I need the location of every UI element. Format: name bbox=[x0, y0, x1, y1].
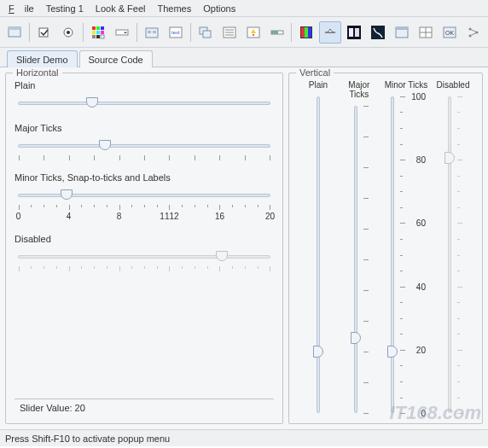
svg-rect-12 bbox=[96, 35, 100, 38]
tool-progress-icon[interactable] bbox=[266, 21, 288, 44]
v-disabled-ticks bbox=[457, 93, 464, 416]
tool-colors-icon[interactable] bbox=[87, 21, 109, 44]
v-major-slider[interactable] bbox=[348, 102, 363, 416]
tool-filechooser-icon[interactable] bbox=[141, 21, 163, 44]
v-minor-scale: 100 80 60 40 20 0 bbox=[407, 93, 427, 416]
v-disabled-label: Disabled bbox=[437, 80, 470, 90]
horizontal-panel-title: Horizontal bbox=[13, 67, 62, 78]
svg-rect-31 bbox=[301, 27, 305, 38]
major-ticks-slider[interactable] bbox=[15, 138, 274, 154]
tool-list-icon[interactable] bbox=[218, 21, 241, 44]
tool-panel-icon[interactable] bbox=[391, 21, 413, 44]
plain-slider[interactable] bbox=[15, 96, 274, 111]
svg-rect-36 bbox=[349, 28, 353, 37]
v-plain-slider[interactable] bbox=[311, 93, 326, 416]
svg-line-50 bbox=[470, 32, 477, 36]
tool-internal-icon[interactable] bbox=[195, 21, 217, 44]
footer-status: Press Shift-F10 to activate popup menu bbox=[0, 429, 488, 446]
v-disabled-slider bbox=[442, 93, 457, 416]
tool-tabbed-icon[interactable] bbox=[367, 21, 389, 44]
v-minor-label: Minor Ticks bbox=[385, 80, 428, 90]
minor-ticks-slider[interactable] bbox=[15, 188, 274, 203]
svg-rect-16 bbox=[148, 31, 151, 33]
svg-rect-40 bbox=[396, 27, 408, 30]
tool-splitpane-icon[interactable] bbox=[343, 21, 365, 44]
menu-file[interactable]: File bbox=[3, 2, 39, 15]
svg-rect-29 bbox=[271, 31, 278, 34]
disabled-label: Disabled bbox=[15, 234, 274, 244]
svg-text:OK: OK bbox=[445, 30, 454, 36]
svg-rect-32 bbox=[305, 27, 308, 38]
tool-tree-icon[interactable] bbox=[462, 21, 485, 44]
tool-checkbox-icon[interactable] bbox=[33, 21, 55, 44]
tool-scroll-icon[interactable] bbox=[295, 21, 317, 44]
svg-rect-1 bbox=[9, 27, 20, 30]
svg-rect-17 bbox=[153, 31, 156, 33]
menu-themes[interactable]: Themes bbox=[152, 2, 196, 15]
vertical-panel: Vertical Plain Major Ticks Minor Ticks bbox=[288, 73, 483, 424]
tab-slider-demo[interactable]: Slider Demo bbox=[7, 50, 78, 67]
svg-line-49 bbox=[470, 29, 477, 32]
svg-rect-21 bbox=[203, 31, 211, 38]
svg-point-4 bbox=[67, 31, 70, 34]
v-plain-label: Plain bbox=[309, 80, 328, 90]
svg-rect-6 bbox=[96, 26, 100, 30]
svg-rect-13 bbox=[101, 35, 104, 38]
menu-testing[interactable]: Testing 1 bbox=[41, 2, 89, 15]
svg-rect-10 bbox=[101, 31, 104, 34]
tool-ok-icon[interactable]: OK bbox=[439, 21, 461, 44]
v-major-ticks bbox=[363, 102, 370, 416]
svg-point-27 bbox=[253, 34, 254, 36]
svg-rect-7 bbox=[101, 26, 104, 30]
toolbar: text OK bbox=[0, 17, 488, 48]
vertical-panel-title: Vertical bbox=[296, 67, 334, 78]
tool-table-icon[interactable] bbox=[415, 21, 437, 44]
tool-dialog-icon[interactable] bbox=[242, 21, 264, 44]
tab-source-code[interactable]: Source Code bbox=[79, 50, 153, 67]
major-ticks-label: Major Ticks bbox=[15, 123, 274, 133]
menu-bar: File Testing 1 Look & Feel Themes Option… bbox=[0, 0, 488, 17]
svg-rect-5 bbox=[92, 26, 96, 30]
minor-ticks-label: Minor Ticks, Snap-to-ticks and Labels bbox=[15, 172, 274, 183]
v-minor-slider[interactable] bbox=[385, 93, 400, 416]
svg-rect-9 bbox=[96, 31, 100, 34]
svg-text:text: text bbox=[171, 30, 180, 35]
v-minor-ticks bbox=[400, 93, 407, 416]
svg-rect-33 bbox=[308, 27, 311, 38]
slider-value-status: Slider Value: 20 bbox=[15, 399, 274, 416]
content-area: Horizontal Plain Major Ticks Minor Ticks… bbox=[0, 67, 488, 429]
tool-frame-icon[interactable] bbox=[3, 21, 26, 44]
menu-look-feel[interactable]: Look & Feel bbox=[90, 2, 151, 15]
tool-text-icon[interactable]: text bbox=[165, 21, 187, 44]
major-ticks-marks bbox=[15, 155, 274, 160]
horizontal-panel: Horizontal Plain Major Ticks Minor Ticks… bbox=[5, 73, 283, 424]
disabled-slider bbox=[15, 249, 274, 265]
v-major-label: Major Ticks bbox=[339, 80, 380, 99]
tool-combo-icon[interactable] bbox=[111, 21, 133, 44]
svg-rect-8 bbox=[92, 31, 96, 34]
minor-ticks-scale: 0 4 8 1112 16 20 bbox=[15, 212, 274, 222]
tool-slider-icon[interactable] bbox=[319, 21, 341, 44]
minor-ticks-marks bbox=[15, 205, 274, 210]
plain-label: Plain bbox=[15, 80, 274, 90]
tab-bar: Slider Demo Source Code bbox=[0, 48, 488, 67]
svg-rect-37 bbox=[355, 28, 359, 37]
tool-radio-icon[interactable] bbox=[57, 21, 79, 44]
svg-rect-11 bbox=[92, 35, 96, 38]
disabled-ticks-marks bbox=[15, 266, 274, 271]
menu-options[interactable]: Options bbox=[198, 2, 241, 15]
